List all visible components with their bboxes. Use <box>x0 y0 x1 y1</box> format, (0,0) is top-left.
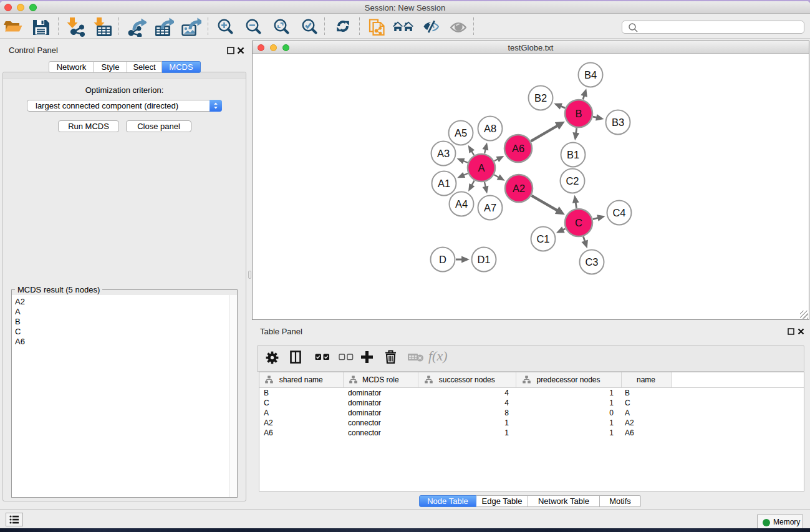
svg-text:A4: A4 <box>455 198 468 210</box>
svg-text:A1: A1 <box>438 178 450 189</box>
svg-text:B4: B4 <box>584 69 597 80</box>
svg-text:A7: A7 <box>484 202 496 213</box>
svg-text:C2: C2 <box>566 175 579 186</box>
svg-text:A: A <box>478 162 485 173</box>
svg-text:D: D <box>439 254 446 265</box>
svg-text:D1: D1 <box>477 254 490 265</box>
svg-text:B2: B2 <box>534 92 547 104</box>
svg-text:C3: C3 <box>585 256 598 268</box>
svg-text:C1: C1 <box>536 233 549 244</box>
svg-text:A3: A3 <box>437 148 450 159</box>
svg-text:B1: B1 <box>567 149 579 160</box>
svg-text:A2: A2 <box>513 183 525 194</box>
svg-text:A8: A8 <box>484 123 496 134</box>
svg-text:C4: C4 <box>612 207 625 218</box>
svg-text:B: B <box>575 108 582 119</box>
svg-text:A6: A6 <box>512 143 524 154</box>
svg-text:C: C <box>575 217 582 228</box>
svg-text:B3: B3 <box>612 117 624 128</box>
svg-text:A5: A5 <box>455 127 467 138</box>
